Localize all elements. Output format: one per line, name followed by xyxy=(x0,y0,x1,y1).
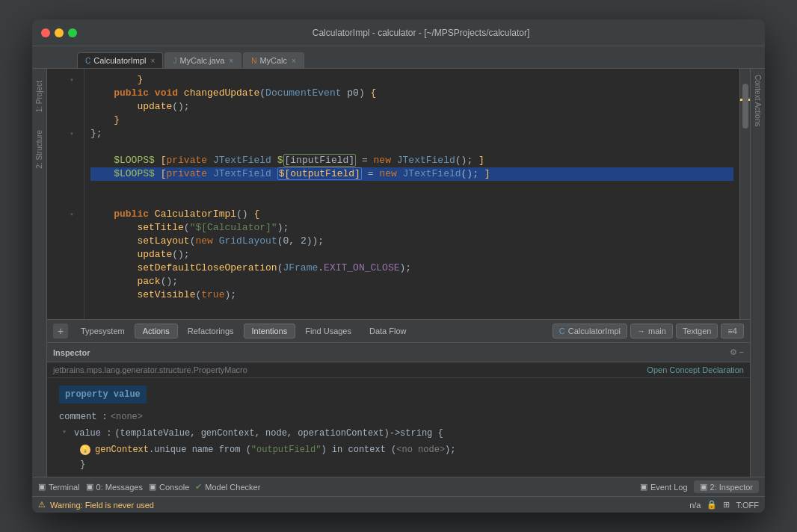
code-editor[interactable]: ▾ ▾ ▾ xyxy=(47,69,750,319)
tab-calculatorimpl[interactable]: C CalculatorImpl × xyxy=(77,52,163,68)
tab-icon: N xyxy=(251,57,256,65)
close-button[interactable] xyxy=(41,28,50,37)
gutter-line xyxy=(47,275,84,288)
messages-label: 0: Messages xyxy=(96,483,143,492)
terminal-label: Terminal xyxy=(49,483,80,492)
tab-close-icon[interactable]: × xyxy=(229,57,233,65)
inspector-content: property value comment : <none> ▾ value … xyxy=(47,378,750,477)
file-tab-label: Textgen xyxy=(683,327,712,335)
inspector-title: Inspector xyxy=(53,348,90,357)
status-na: n/a xyxy=(689,501,701,510)
gear-icon[interactable]: ⚙ − xyxy=(730,347,744,357)
gutter-line xyxy=(47,235,84,248)
code-line: public void changedUpdate(DocumentEvent … xyxy=(90,87,733,100)
value-body: genContext.unique name from ("outputFiel… xyxy=(95,442,456,457)
gutter-line xyxy=(47,288,84,302)
event-log-button[interactable]: ▣ Event Log xyxy=(640,480,688,493)
gutter-line xyxy=(47,181,84,194)
file-tab-label: CalculatorImpl xyxy=(568,327,621,335)
minimize-button[interactable] xyxy=(55,28,64,37)
concept-path: jetbrains.mps.lang.generator.structure.P… xyxy=(53,365,247,374)
code-line: setDefaultCloseOperation(JFrame.EXIT_ON_… xyxy=(90,262,733,275)
lock-icon: 🔒 xyxy=(707,500,717,510)
gutter: ▾ ▾ ▾ xyxy=(47,69,84,319)
fold-button[interactable]: ▾ xyxy=(59,427,70,438)
tab-refactorings[interactable]: Refactorings xyxy=(179,324,242,338)
open-concept-link[interactable]: Open Concept Declaration xyxy=(647,365,744,374)
model-checker-label: Model Checker xyxy=(205,483,260,492)
window-title: CalculatorImpl - calculator - [~/MPSProj… xyxy=(86,28,756,38)
titlebar: CalculatorImpl - calculator - [~/MPSProj… xyxy=(32,19,765,46)
code-line: update(); xyxy=(90,248,733,262)
file-tab-icon: → xyxy=(637,327,645,335)
file-tab-main[interactable]: → main xyxy=(630,324,673,338)
tab-mycalc[interactable]: N MyCalc × xyxy=(243,52,304,68)
tab-find-usages[interactable]: Find Usages xyxy=(297,324,360,338)
terminal-icon: ▣ xyxy=(38,482,46,492)
code-line: update(); xyxy=(90,100,733,114)
context-actions-sidebar: Context Actions xyxy=(750,69,765,477)
event-log-icon: ▣ xyxy=(640,482,647,492)
tab-typesystem[interactable]: Typesystem xyxy=(73,324,133,338)
file-tab-label: main xyxy=(648,327,666,335)
left-sidebar: 1: Project 2: Structure xyxy=(32,69,47,477)
gutter-line xyxy=(47,194,84,208)
scroll-thumb[interactable] xyxy=(742,84,748,129)
tab-intentions[interactable]: Intentions xyxy=(244,324,296,338)
inspector-button[interactable]: ▣ 2: Inspector xyxy=(694,480,759,493)
gutter-line xyxy=(47,140,84,154)
tab-mycalcjava[interactable]: J MyCalc.java × xyxy=(164,52,241,68)
inspector-strip-label: 2: Inspector xyxy=(710,483,753,492)
checkmark-icon: ✔ xyxy=(195,482,202,492)
inspector-header: Inspector ⚙ − xyxy=(47,343,750,362)
gutter-line: ▾ xyxy=(47,73,84,87)
gutter-line xyxy=(47,87,84,100)
console-button[interactable]: ▣ Console xyxy=(149,482,189,492)
value-key: value : xyxy=(74,426,111,441)
add-tab-button[interactable]: + xyxy=(53,324,68,338)
terminal-button[interactable]: ▣ Terminal xyxy=(38,482,80,492)
code-line xyxy=(90,140,733,154)
bottom-strip: ▣ Terminal ▣ 0: Messages ▣ Console ✔ Mod… xyxy=(32,477,765,496)
gutter-line: ▾ xyxy=(47,208,84,221)
sidebar-item-structure[interactable]: 2: Structure xyxy=(35,127,43,172)
messages-button[interactable]: ▣ 0: Messages xyxy=(86,482,143,492)
status-right: n/a 🔒 ⊞ T:OFF xyxy=(689,500,759,510)
file-tab-calculatorimpl[interactable]: C CalculatorImpl xyxy=(553,324,627,338)
file-tab-label: ≡4 xyxy=(727,327,737,335)
code-line-selected: $LOOPS$ [private JTextField $[outputFiel… xyxy=(90,167,733,181)
status-toff: T:OFF xyxy=(736,501,759,510)
value-content: value : (templateValue, genContext, node… xyxy=(74,426,456,472)
gutter-line xyxy=(47,221,84,235)
value-line: value : (templateValue, genContext, node… xyxy=(74,426,456,441)
tab-close-icon[interactable]: × xyxy=(151,57,156,65)
gutter-line xyxy=(47,114,84,127)
inspector-panel: Inspector ⚙ − jetbrains.mps.lang.generat… xyxy=(47,343,750,477)
file-tab-textgen[interactable]: Textgen xyxy=(676,324,718,338)
code-line: }; xyxy=(90,127,733,140)
code-line: public CalculatorImpl() { xyxy=(90,208,733,221)
messages-icon: ▣ xyxy=(86,482,93,492)
code-line: setVisible(true); xyxy=(90,288,733,302)
sidebar-item-project[interactable]: 1: Project xyxy=(35,78,43,115)
context-actions-label: Context Actions xyxy=(754,75,762,126)
maximize-button[interactable] xyxy=(68,28,77,37)
comment-line: comment : <none> xyxy=(59,409,738,424)
tab-close-icon[interactable]: × xyxy=(292,57,296,65)
console-icon: ▣ xyxy=(149,482,156,492)
file-tab-more[interactable]: ≡4 xyxy=(721,324,744,338)
code-line: } xyxy=(90,73,733,87)
code-lines[interactable]: } public void changedUpdate(DocumentEven… xyxy=(84,69,739,319)
inspector-path: jetbrains.mps.lang.generator.structure.P… xyxy=(47,362,750,378)
gutter-line xyxy=(47,154,84,167)
tab-data-flow[interactable]: Data Flow xyxy=(361,324,415,338)
bottom-toolbar: + Typesystem Actions Refactorings Intent… xyxy=(47,319,750,343)
comment-value: <none> xyxy=(111,409,143,424)
event-log-label: Event Log xyxy=(650,483,688,492)
scrollbar-vertical[interactable] xyxy=(739,69,750,319)
model-checker-button[interactable]: ✔ Model Checker xyxy=(195,482,260,492)
tab-icon: J xyxy=(173,57,176,65)
value-close: } xyxy=(74,457,456,472)
tab-actions[interactable]: Actions xyxy=(135,324,178,338)
gutter-line: ▾ xyxy=(47,127,84,140)
